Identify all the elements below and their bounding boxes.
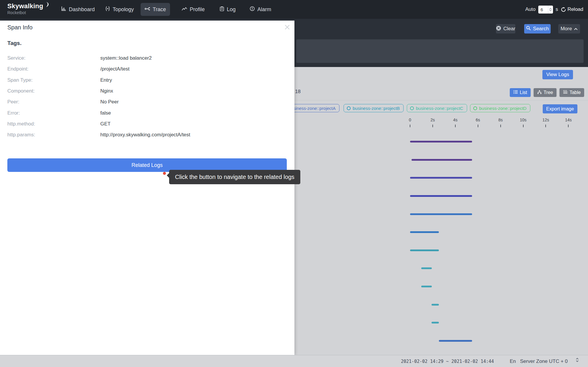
span-field-row: Component:Nginx (7, 88, 281, 95)
guide-tooltip: Click the button to navigate to the rela… (169, 170, 300, 184)
service-chip[interactable]: business-zone::projectC (407, 104, 467, 112)
trace-span-bar[interactable] (410, 177, 472, 179)
ring-icon (410, 106, 414, 110)
number-stepper[interactable] (548, 6, 553, 14)
brand-subtitle: Rocketbot (7, 10, 49, 15)
trace-span-bar[interactable] (412, 159, 472, 161)
trace-span-bar[interactable] (410, 195, 472, 197)
field-value: http://proxy.skywalking.com/projectA/tes… (100, 132, 190, 138)
export-image-button[interactable]: Export image (543, 104, 577, 113)
log-icon (220, 6, 224, 13)
axis-tick-label: 2s (430, 118, 435, 122)
axis-tick-label: 14s (565, 118, 572, 122)
field-value: system::load balancer2 (100, 55, 152, 61)
more-button[interactable]: More (558, 24, 580, 33)
field-label: http.params: (7, 132, 35, 138)
field-label: Service: (7, 55, 25, 61)
footer-bar: 2021-02-02 14:29 ~ 2021-02-02 14:44 En S… (0, 355, 588, 367)
trace-span-bar[interactable] (410, 141, 472, 143)
span-field-row: Span Type:Entry (7, 77, 281, 84)
auto-label: Auto (525, 6, 536, 12)
trace-id-fragment: 18 (295, 89, 301, 95)
brand-logo[interactable]: Skywalking Rocketbot (7, 2, 49, 15)
auto-unit-label: s (556, 6, 558, 12)
nav-item-profile[interactable]: Profile (178, 3, 209, 16)
trace-span-bar[interactable] (421, 267, 432, 269)
axis-tick-label: 4s (453, 118, 457, 122)
topology-icon (105, 6, 110, 13)
axis-tick-mark (410, 125, 410, 127)
ring-icon (347, 106, 351, 110)
reload-label: Reload (567, 6, 583, 12)
axis-tick-mark (545, 125, 546, 127)
service-chip[interactable]: business-zone::projectD (470, 104, 530, 112)
field-value: Entry (100, 77, 112, 83)
brand-title: Skywalking (7, 2, 43, 10)
auto-interval-input[interactable] (538, 6, 553, 14)
caret-up-icon (576, 358, 579, 360)
trace-span-bar[interactable] (410, 249, 439, 251)
auto-interval-value[interactable] (538, 7, 548, 12)
axis-tick-label: 6s (476, 118, 480, 122)
trace-span-bar[interactable] (439, 340, 472, 342)
modal-title: Span Info (7, 24, 33, 31)
ring-icon (473, 106, 477, 110)
table-icon (563, 90, 568, 95)
close-icon[interactable] (283, 23, 291, 31)
span-field-row: Endpoint:/projectA/test (7, 66, 281, 73)
profile-icon (182, 6, 187, 13)
view-mode-list-button[interactable]: List (510, 88, 531, 97)
field-label: Peer: (7, 99, 19, 105)
reload-button[interactable]: Reload (561, 6, 583, 12)
span-field-row: Error:false (7, 110, 281, 117)
search-label: Search (533, 26, 549, 32)
nav-item-log[interactable]: Log (216, 3, 240, 16)
language-selector[interactable]: En (510, 355, 516, 367)
trace-span-bar[interactable] (410, 213, 472, 215)
view-logs-button[interactable]: View Logs (542, 70, 573, 79)
nav-item-alarm[interactable]: Alarm (246, 3, 275, 16)
list-icon (513, 90, 518, 95)
clear-icon (496, 26, 501, 32)
axis-tick-mark (500, 125, 501, 127)
auto-reload-controls: Auto s Reload (525, 0, 583, 19)
tooltip-arrow (167, 173, 169, 178)
dashboard-icon (61, 6, 66, 13)
time-range-picker[interactable]: 2021-02-02 14:29 ~ 2021-02-02 14:44 (401, 355, 494, 367)
nav-item-dashboard[interactable]: Dashboard (57, 3, 99, 16)
nav-item-topology[interactable]: Topology (101, 3, 138, 16)
skywalking-ui: Clear Search More View Logs 18 ListTreeT… (0, 0, 588, 367)
trace-span-bar[interactable] (432, 304, 439, 306)
alarm-icon (250, 6, 255, 13)
top-nav: Skywalking Rocketbot DashboardTopologyTr… (0, 0, 588, 19)
axis-tick-label: 8s (498, 118, 503, 122)
view-mode-switcher: ListTreeTable (510, 88, 584, 97)
clear-button[interactable]: Clear (496, 24, 515, 33)
search-button[interactable]: Search (524, 24, 551, 33)
trace-span-bar[interactable] (432, 322, 439, 324)
axis-tick-mark (568, 125, 569, 127)
zone-stepper[interactable] (576, 358, 579, 362)
axis-tick-mark (432, 125, 433, 127)
view-mode-table-button[interactable]: Table (559, 88, 584, 97)
tooltip-text: Click the button to navigate to the rela… (175, 174, 294, 180)
nav-item-trace[interactable]: Trace (141, 3, 170, 16)
server-zone-selector[interactable]: Server Zone UTC + 0 (520, 355, 568, 367)
caret-down-icon (549, 10, 552, 11)
axis-tick-label: 12s (542, 118, 549, 122)
span-field-row: Service:system::load balancer2 (7, 55, 281, 62)
service-chip[interactable]: business-zone::projectB (344, 104, 404, 112)
caret-down-icon (576, 360, 579, 362)
field-label: Span Type: (7, 77, 33, 83)
axis-tick-mark (523, 125, 524, 127)
reload-icon (561, 7, 566, 12)
trace-span-bar[interactable] (410, 231, 439, 233)
search-condition-box[interactable] (296, 39, 584, 63)
more-label: More (561, 26, 572, 32)
field-value: GET (100, 121, 111, 127)
axis-tick-mark (478, 125, 478, 127)
axis-tick-label: 10s (520, 118, 527, 122)
tree-icon (537, 90, 542, 95)
trace-span-bar[interactable] (421, 286, 432, 287)
view-mode-tree-button[interactable]: Tree (534, 88, 557, 97)
